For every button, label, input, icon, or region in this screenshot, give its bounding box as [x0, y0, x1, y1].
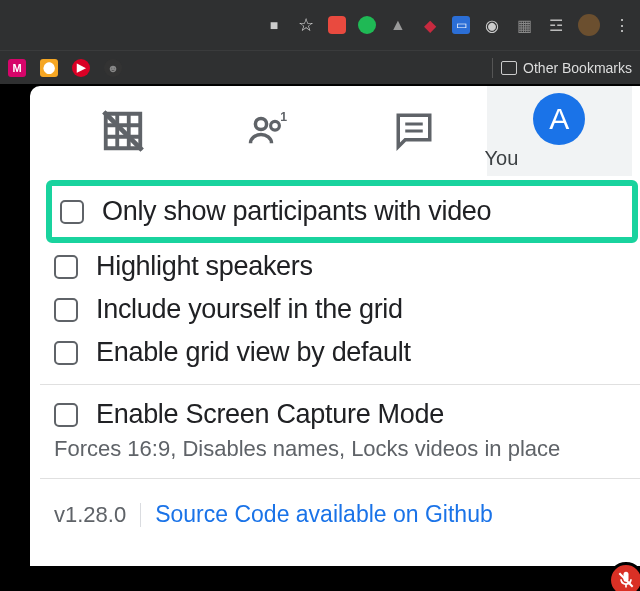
screen-capture-section: Enable Screen Capture Mode — [30, 393, 640, 436]
other-bookmarks-label: Other Bookmarks — [523, 60, 632, 76]
bookmark-icon-orange[interactable]: ⬤ — [40, 59, 58, 77]
option-label: Include yourself in the grid — [96, 294, 403, 325]
extension-icon-blue[interactable]: ▭ — [452, 16, 470, 34]
extension-icon-ruby[interactable]: ◆ — [420, 15, 440, 35]
option-screen-capture[interactable]: Enable Screen Capture Mode — [54, 393, 630, 436]
avatar-letter: A — [549, 102, 569, 136]
divider — [492, 58, 493, 78]
extension-icon-drive[interactable]: ▲ — [388, 15, 408, 35]
you-label: You — [485, 147, 519, 170]
option-highlight-speakers[interactable]: Highlight speakers — [54, 245, 630, 288]
bookmark-icon-youtube[interactable]: ▶ — [72, 59, 90, 77]
option-label: Highlight speakers — [96, 251, 313, 282]
option-only-video[interactable]: Only show participants with video — [46, 180, 638, 243]
bookmark-icon-myntra[interactable]: M — [8, 59, 26, 77]
bookmark-star-icon[interactable]: ☆ — [296, 15, 316, 35]
extension-icon[interactable]: ☲ — [546, 15, 566, 35]
other-bookmarks-button[interactable]: Other Bookmarks — [501, 60, 632, 76]
divider — [40, 384, 640, 385]
grid-view-panel: 1 A You Only show participants with vide… — [30, 86, 640, 566]
checkbox[interactable] — [54, 255, 78, 279]
version-label: v1.28.0 — [54, 502, 126, 528]
bookmarks-left: M ⬤ ▶ ☻ — [8, 59, 122, 77]
checkbox[interactable] — [60, 200, 84, 224]
mic-muted-badge[interactable] — [608, 562, 640, 591]
mic-off-icon — [616, 570, 636, 590]
checkbox[interactable] — [54, 403, 78, 427]
checkbox[interactable] — [54, 341, 78, 365]
extension-icon-red[interactable] — [328, 16, 346, 34]
chrome-toolbar: ■ ☆ ▲ ◆ ▭ ◉ ▦ ☲ ⋮ — [0, 0, 640, 50]
options-section: Only show participants with video Highli… — [30, 176, 640, 374]
grid-off-icon — [100, 108, 146, 154]
tab-you[interactable]: A You — [487, 86, 633, 176]
people-icon: 1 — [243, 110, 293, 152]
extension-icon-bulb[interactable]: ◉ — [482, 15, 502, 35]
divider — [40, 478, 640, 479]
option-include-self[interactable]: Include yourself in the grid — [54, 288, 630, 331]
chrome-menu-icon[interactable]: ⋮ — [612, 15, 632, 35]
tab-grid-off[interactable] — [50, 86, 196, 176]
tab-chat[interactable] — [341, 86, 487, 176]
extension-icon-grammarly[interactable] — [358, 16, 376, 34]
svg-text:1: 1 — [281, 110, 288, 124]
option-label: Enable Screen Capture Mode — [96, 399, 444, 430]
source-code-link[interactable]: Source Code available on Github — [155, 501, 493, 528]
tab-people[interactable]: 1 — [196, 86, 342, 176]
option-enable-default[interactable]: Enable grid view by default — [54, 331, 630, 374]
screen-capture-help: Forces 16:9, Disables names, Locks video… — [30, 436, 640, 468]
camera-icon[interactable]: ■ — [264, 15, 284, 35]
folder-icon — [501, 61, 517, 75]
option-label: Enable grid view by default — [96, 337, 411, 368]
svg-point-1 — [271, 121, 280, 130]
option-label: Only show participants with video — [102, 196, 491, 227]
chat-icon — [393, 110, 435, 152]
separator — [140, 503, 141, 527]
user-avatar: A — [533, 93, 585, 145]
profile-avatar-icon[interactable] — [578, 14, 600, 36]
bookmarks-bar: M ⬤ ▶ ☻ Other Bookmarks — [0, 50, 640, 84]
checkbox[interactable] — [54, 298, 78, 322]
panel-tabs: 1 A You — [30, 86, 640, 176]
bookmark-icon-dark[interactable]: ☻ — [104, 59, 122, 77]
extension-icon-grid[interactable]: ▦ — [514, 15, 534, 35]
panel-footer: v1.28.0 Source Code available on Github — [30, 487, 640, 528]
svg-point-0 — [256, 118, 267, 129]
